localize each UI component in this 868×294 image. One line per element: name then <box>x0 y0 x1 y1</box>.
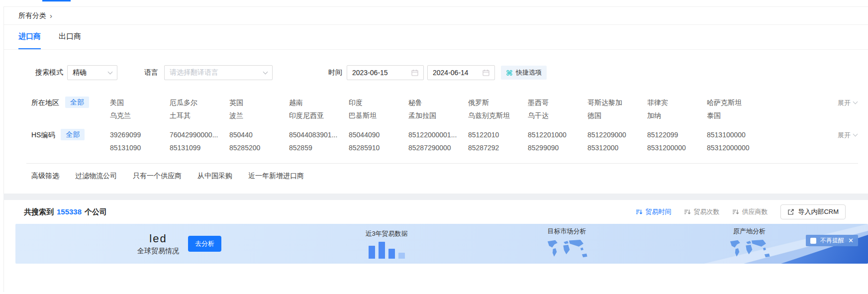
region-option[interactable]: 泰国 <box>707 109 838 122</box>
sort-descending-icon <box>684 208 691 215</box>
advanced-option-sourced-from-china[interactable]: 从中国采购 <box>197 172 232 181</box>
sort-controls: 贸易时间 贸易次数 供应商数 <box>636 204 846 219</box>
hs-code-all-chip[interactable]: 全部 <box>61 129 85 140</box>
region-option[interactable]: 秘鲁 <box>408 97 468 109</box>
mini-bar-chart <box>359 241 414 259</box>
end-date-input[interactable]: 2024-06-14 <box>427 65 495 80</box>
advanced-option-single-supplier[interactable]: 只有一个供应商 <box>133 172 182 181</box>
mini-bar <box>388 249 395 259</box>
hs-code-option[interactable]: 85122010 <box>468 129 528 141</box>
hs-code-option[interactable]: 85131099 <box>170 142 229 154</box>
advanced-option-new-importers[interactable]: 近一年新增进口商 <box>248 172 304 181</box>
region-option[interactable]: 乌兹别克斯坦 <box>468 109 528 122</box>
region-label: 所在地区 <box>31 97 59 109</box>
hs-code-option[interactable]: 85299090 <box>528 142 587 154</box>
chevron-down-icon <box>853 132 858 137</box>
tab-importers[interactable]: 进口商 <box>18 25 41 49</box>
advanced-option-filter-logistics[interactable]: 过滤物流公司 <box>75 172 117 181</box>
breadcrumb-label[interactable]: 所有分类 <box>18 11 46 20</box>
chevron-right-icon: › <box>50 11 52 20</box>
top-strip <box>0 0 868 6</box>
banner-keyword: led <box>137 232 179 245</box>
region-options-grid: 美国 厄瓜多尔 英国 越南 印度 秘鲁 俄罗斯 墨西哥 哥斯达黎加 菲律宾 哈萨… <box>110 97 838 122</box>
sort-trade-time[interactable]: 贸易时间 <box>636 207 671 216</box>
hs-code-option[interactable]: 85287292 <box>468 142 528 154</box>
region-option[interactable]: 乌克兰 <box>110 109 170 122</box>
mini-bar <box>379 242 385 259</box>
quick-options-button[interactable]: ⌘ 快捷选项 <box>501 66 547 80</box>
region-expand-label: 展开 <box>838 97 851 109</box>
region-option[interactable]: 美国 <box>110 97 170 109</box>
results-summary: 共搜索到 155338 个公司 <box>24 207 107 217</box>
sort-supplier-count[interactable]: 供应商数 <box>732 207 768 216</box>
region-option[interactable]: 乌干达 <box>528 109 587 122</box>
hs-code-option[interactable]: 85312000 <box>587 142 647 154</box>
tab-bar: 进口商 出口商 <box>4 25 868 50</box>
region-option[interactable]: 英国 <box>229 97 289 109</box>
search-mode-label: 搜索模式 <box>35 68 63 77</box>
results-summary-prefix: 共搜索到 <box>24 207 54 217</box>
region-expand-toggle[interactable]: 展开 <box>838 97 857 109</box>
hs-code-option[interactable]: 85131090 <box>110 142 170 154</box>
region-option[interactable]: 哥斯达黎加 <box>587 97 647 109</box>
region-option[interactable]: 土耳其 <box>170 109 229 122</box>
dont-remind-checkbox[interactable] <box>810 238 816 244</box>
hs-code-option[interactable]: 8513100000 <box>707 129 838 141</box>
world-map-graphic <box>539 238 595 261</box>
hs-code-option[interactable]: 76042990000... <box>170 129 229 141</box>
divider <box>26 163 858 164</box>
tab-exporters[interactable]: 出口商 <box>59 25 81 49</box>
hs-code-option[interactable]: 8531200000 <box>647 142 707 154</box>
region-option[interactable]: 印度尼西亚 <box>289 109 349 122</box>
hs-code-expand-label: 展开 <box>838 129 851 141</box>
region-option[interactable]: 俄罗斯 <box>468 97 528 109</box>
start-date-input[interactable]: 2023-06-15 <box>347 65 424 80</box>
hs-code-option[interactable]: 85122000001... <box>408 129 468 141</box>
top-tab-underline <box>42 0 71 1</box>
hs-code-option[interactable]: 85122099 <box>647 129 707 141</box>
hs-code-option[interactable]: 850440 <box>229 129 289 141</box>
hs-code-option[interactable]: 85287290000 <box>408 142 468 154</box>
chevron-down-icon <box>263 69 268 74</box>
hs-code-option[interactable]: 85312000000 <box>707 142 838 154</box>
region-option[interactable]: 墨西哥 <box>528 97 587 109</box>
region-option[interactable]: 印度 <box>349 97 408 109</box>
sort-trade-count[interactable]: 贸易次数 <box>684 207 719 216</box>
region-option[interactable]: 加纳 <box>647 109 707 122</box>
end-date-value: 2024-06-14 <box>433 69 469 77</box>
sort-descending-icon <box>636 208 643 215</box>
region-option[interactable]: 哈萨克斯坦 <box>707 97 838 109</box>
hs-code-option[interactable]: 8512209000 <box>587 129 647 141</box>
hs-code-option[interactable]: 85044090 <box>349 129 408 141</box>
region-option[interactable]: 菲律宾 <box>647 97 707 109</box>
mini-bar <box>369 246 375 259</box>
region-option[interactable]: 波兰 <box>229 109 289 122</box>
search-mode-select[interactable]: 精确 <box>67 65 117 80</box>
hs-code-option[interactable]: 39269099 <box>110 129 170 141</box>
banner-section-origin: 原产地分析 <box>721 227 778 261</box>
import-crm-button[interactable]: 导入内部CRM <box>780 204 846 219</box>
hs-code-filter-row: HS编码 全部 39269099 76042990000... 850440 8… <box>4 129 868 154</box>
region-option[interactable]: 越南 <box>289 97 349 109</box>
calendar-icon <box>411 69 418 76</box>
hs-code-option[interactable]: 852859 <box>289 142 349 154</box>
trade-analysis-banner: led 全球贸易情况 去分析 近3年贸易数据 目标市场分析 <box>15 224 868 264</box>
region-option[interactable]: 巴基斯坦 <box>349 109 408 122</box>
region-option[interactable]: 孟加拉国 <box>408 109 468 122</box>
region-option[interactable]: 德国 <box>587 109 647 122</box>
language-select[interactable]: 请选择翻译语言 <box>164 65 273 80</box>
advanced-filter-label: 高级筛选 <box>31 172 59 181</box>
analyze-button[interactable]: 去分析 <box>188 236 221 252</box>
hs-code-option[interactable]: 85285910 <box>349 142 408 154</box>
search-mode-value: 精确 <box>73 68 87 77</box>
command-icon: ⌘ <box>506 69 513 77</box>
results-count: 155338 <box>57 207 82 216</box>
hs-code-option[interactable]: 8512201000 <box>528 129 587 141</box>
hs-code-expand-toggle[interactable]: 展开 <box>838 129 857 141</box>
region-all-chip[interactable]: 全部 <box>65 97 89 108</box>
hs-code-option[interactable]: 85285200 <box>229 142 289 154</box>
region-option[interactable]: 厄瓜多尔 <box>170 97 229 109</box>
hs-code-option[interactable]: 85044083901... <box>289 129 349 141</box>
close-icon[interactable]: ✕ <box>848 237 854 244</box>
breadcrumb[interactable]: 所有分类 › <box>4 6 868 25</box>
